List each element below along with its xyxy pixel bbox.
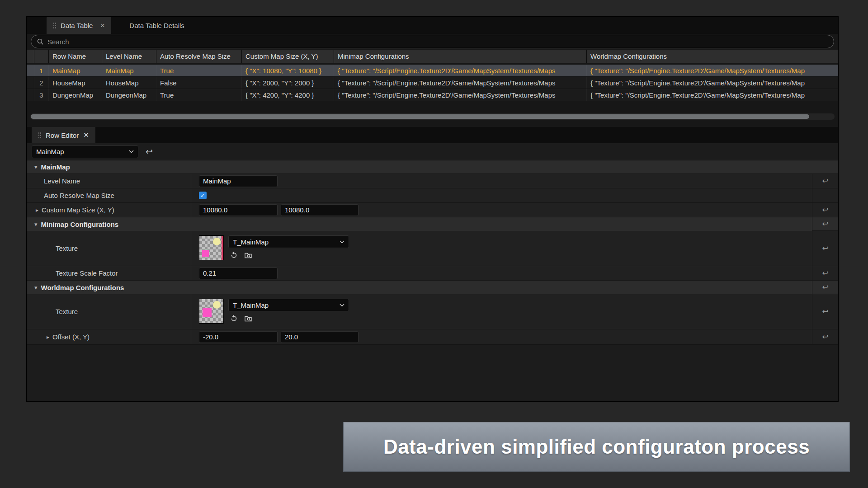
tab-row-editor[interactable]: Row Editor ✕ (32, 127, 95, 143)
chevron-down-icon (340, 240, 344, 244)
chevron-down-icon[interactable]: ▾ (34, 284, 38, 291)
property-row-auto-resolve: Auto Resolve Map Size ✓ (27, 188, 838, 203)
chevron-right-icon[interactable]: ▸ (47, 334, 49, 340)
section-row-worldmap: ▾ Worldmap Configurations ↩ (27, 281, 838, 294)
custom-map-size-y-input[interactable] (281, 204, 359, 216)
column-header-worldmap-config[interactable]: Worldmap Configurations (587, 50, 838, 63)
cell-level-name: HouseMap (102, 77, 156, 89)
column-header-custom-map-size[interactable]: Custom Map Size (X, Y) (242, 50, 334, 63)
chevron-down-icon (340, 304, 344, 307)
cell-worldmap-config: { "Texture": "/Script/Engine.Texture2D'/… (587, 65, 838, 76)
tab-grip-icon (38, 132, 41, 139)
reset-to-default-icon[interactable]: ↩ (822, 177, 828, 185)
offset-y-input[interactable] (281, 331, 359, 343)
browse-to-asset-icon[interactable] (244, 251, 252, 259)
tab-grip-icon (53, 22, 56, 29)
custom-map-size-x-input[interactable] (199, 204, 278, 216)
horizontal-scrollbar[interactable] (30, 113, 835, 120)
offset-x-input[interactable] (199, 331, 278, 343)
property-label: Auto Resolve Map Size (27, 188, 191, 202)
auto-resolve-checkbox[interactable]: ✓ (199, 192, 207, 199)
reset-to-default-icon[interactable]: ↩ (822, 308, 828, 315)
texture-thumbnail[interactable] (199, 299, 224, 324)
minimap-texture-dropdown[interactable]: T_MainMap (228, 235, 349, 248)
tab-label: Data Table (61, 22, 93, 29)
cell-auto-resolve: True (156, 65, 242, 76)
row-selector-dropdown[interactable]: MainMap (32, 145, 138, 158)
cell-minimap-config: { "Texture": "/Script/Engine.Texture2D'/… (334, 89, 587, 101)
header-grip-spacer (27, 50, 34, 63)
check-icon: ✓ (200, 192, 205, 198)
section-title: MainMap (41, 163, 70, 171)
cell-minimap-config: { "Texture": "/Script/Engine.Texture2D'/… (334, 65, 587, 76)
texture-red-stripe (222, 236, 223, 260)
table-row-dungeonmap[interactable]: 3 DungeonMap DungeonMap True { "X": 4200… (27, 89, 838, 101)
property-row-minimap-texture: Texture T_MainMap (27, 231, 838, 266)
reset-to-default-icon[interactable]: ↩ (822, 333, 828, 341)
section-header-mainmap[interactable]: ▾ MainMap (27, 160, 838, 174)
reset-to-default-icon[interactable]: ↩ (822, 206, 828, 214)
property-row-offset: ▸ Offset (X, Y) ↩ (27, 329, 838, 345)
browse-to-asset-icon[interactable] (244, 314, 252, 323)
property-label: ▸ Custom Map Size (X, Y) (27, 203, 191, 217)
search-icon (37, 38, 44, 45)
reset-to-default-icon[interactable]: ↩ (822, 283, 828, 291)
cell-row-name: DungeonMap (49, 89, 102, 101)
tab-label: Data Table Details (129, 22, 184, 29)
texture-scale-input[interactable] (199, 267, 278, 279)
property-row-texture-scale: Texture Scale Factor ↩ (27, 266, 838, 281)
property-label: Texture Scale Factor (27, 266, 191, 280)
cell-level-name: DungeonMap (102, 89, 156, 101)
row-selector-value: MainMap (36, 148, 64, 155)
row-editor-panel: Row Editor ✕ MainMap ↩ ▾ MainMap Level N… (27, 127, 838, 401)
cell-level-name: MainMap (102, 65, 156, 76)
table-row-housemap[interactable]: 2 HouseMap HouseMap False { "X": 2000, "… (27, 77, 838, 89)
texture-yellow-circle (213, 301, 221, 309)
cell-custom-map-size: { "X": 10080, "Y": 10080 } (242, 65, 334, 76)
close-icon[interactable]: ✕ (97, 22, 105, 29)
caption-text: Data-driven simplified configuraton proc… (383, 436, 810, 458)
column-header-auto-resolve[interactable]: Auto Resolve Map Size (156, 50, 242, 63)
tab-data-table[interactable]: Data Table ✕ (47, 17, 111, 34)
use-selected-asset-icon[interactable] (230, 251, 238, 259)
property-label: Texture (27, 294, 191, 329)
row-editor-toolbar: MainMap ↩ (27, 143, 838, 160)
chevron-down-icon[interactable]: ▾ (34, 164, 38, 170)
cell-auto-resolve: False (156, 77, 242, 89)
reset-to-default-icon[interactable]: ↩ (822, 244, 828, 252)
use-selected-asset-icon[interactable] (230, 314, 238, 323)
cell-custom-map-size: { "X": 2000, "Y": 2000 } (242, 77, 334, 89)
table-body: 1 MainMap MainMap True { "X": 10080, "Y"… (27, 65, 838, 101)
reset-to-default-icon[interactable]: ↩ (822, 220, 828, 228)
reset-to-default-icon[interactable]: ↩ (822, 269, 828, 277)
chevron-down-icon[interactable]: ▾ (34, 221, 38, 228)
cell-custom-map-size: { "X": 4200, "Y": 4200 } (242, 89, 334, 101)
worldmap-texture-dropdown[interactable]: T_MainMap (228, 299, 349, 311)
texture-asset-name: T_MainMap (233, 301, 269, 309)
texture-thumbnail[interactable] (199, 235, 224, 260)
level-name-input[interactable] (199, 175, 278, 187)
table-row-mainmap[interactable]: 1 MainMap MainMap True { "X": 10080, "Y"… (27, 65, 838, 77)
column-header-minimap-config[interactable]: Minimap Configurations (334, 50, 587, 63)
search-input[interactable] (47, 38, 828, 46)
texture-pink-square (202, 250, 209, 257)
chevron-right-icon[interactable]: ▸ (36, 207, 38, 213)
data-table-editor-window: Data Table ✕ Data Table Details Row Name… (27, 17, 838, 401)
row-number: 3 (34, 89, 49, 101)
column-header-row-name[interactable]: Row Name (49, 50, 102, 63)
row-number: 2 (34, 77, 49, 89)
search-bar (31, 35, 834, 48)
row-number: 1 (34, 65, 49, 76)
section-header-minimap[interactable]: ▾ Minimap Configurations (27, 217, 812, 231)
row-drag-handle[interactable] (27, 65, 34, 76)
tab-data-table-details[interactable]: Data Table Details (123, 17, 190, 34)
undo-icon[interactable]: ↩ (146, 147, 153, 156)
row-drag-handle[interactable] (27, 89, 34, 101)
scrollbar-handle[interactable] (31, 114, 809, 119)
close-icon[interactable]: ✕ (83, 131, 89, 139)
section-header-worldmap[interactable]: ▾ Worldmap Configurations (27, 281, 812, 294)
row-drag-handle[interactable] (27, 77, 34, 89)
column-header-level-name[interactable]: Level Name (102, 50, 156, 63)
caption-banner: Data-driven simplified configuraton proc… (343, 422, 850, 472)
cell-auto-resolve: True (156, 89, 242, 101)
